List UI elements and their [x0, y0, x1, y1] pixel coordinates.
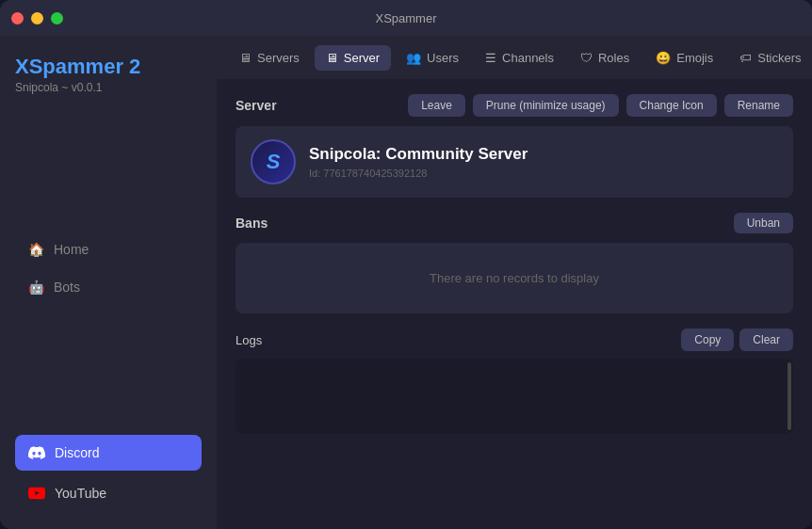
- stickers-tab-icon: 🏷: [739, 51, 752, 65]
- discord-icon: [28, 444, 45, 461]
- maximize-button[interactable]: [51, 12, 63, 24]
- content-area: Server Leave Prune (minimize usage) Chan…: [217, 79, 812, 529]
- sidebar-header: XSpammer 2 Snipcola ~ v0.0.1: [15, 55, 202, 94]
- server-info: Snipcola: Community Server Id: 776178740…: [309, 145, 778, 179]
- logs-title: Logs: [235, 333, 262, 347]
- titlebar: XSpammer: [0, 0, 812, 36]
- prune-button[interactable]: Prune (minimize usage): [473, 94, 619, 117]
- server-card: S Snipcola: Community Server Id: 7761787…: [235, 126, 793, 198]
- traffic-lights: [11, 12, 63, 24]
- window-title: XSpammer: [375, 11, 436, 25]
- discord-link[interactable]: Discord: [15, 435, 202, 471]
- emojis-tab-icon: 😀: [656, 51, 671, 65]
- server-section-title: Server: [235, 98, 277, 113]
- tab-stickers[interactable]: 🏷 Stickers: [728, 45, 812, 71]
- close-button[interactable]: [11, 12, 24, 24]
- rename-button[interactable]: Rename: [724, 94, 793, 117]
- app-name: XSpammer 2: [15, 55, 202, 79]
- tab-roles[interactable]: 🛡 Roles: [569, 45, 641, 71]
- leave-button[interactable]: Leave: [408, 94, 465, 117]
- roles-tab-icon: 🛡: [580, 51, 593, 65]
- app-version: Snipcola ~ v0.0.1: [15, 81, 202, 94]
- server-icon: S: [251, 139, 296, 184]
- sidebar-item-home[interactable]: 🏠 Home: [15, 232, 202, 266]
- users-tab-icon: 👥: [406, 51, 421, 65]
- youtube-icon: [28, 487, 45, 500]
- sidebar-item-home-label: Home: [54, 242, 89, 257]
- bans-title: Bans: [235, 216, 268, 231]
- bans-section-header: Bans Unban: [235, 213, 793, 233]
- sidebar-nav: 🏠 Home 🤖 Bots: [15, 102, 202, 435]
- tab-users[interactable]: 👥 Users: [395, 45, 470, 71]
- server-action-buttons: Leave Prune (minimize usage) Change Icon…: [408, 94, 793, 117]
- tab-bar: 🖥 Servers 🖥 Server 👥 Users ☰ Channels 🛡: [217, 36, 812, 79]
- home-icon: 🏠: [28, 242, 44, 257]
- main-content: 🖥 Servers 🖥 Server 👥 Users ☰ Channels 🛡: [217, 36, 812, 529]
- tab-server[interactable]: 🖥 Server: [315, 45, 391, 71]
- clear-button[interactable]: Clear: [739, 329, 793, 351]
- server-name: Snipcola: Community Server: [309, 145, 778, 164]
- bans-empty-state: There are no records to display: [235, 243, 793, 313]
- sidebar-links: Discord YouTube: [15, 435, 202, 510]
- tab-servers[interactable]: 🖥 Servers: [228, 45, 311, 71]
- server-tab-icon: 🖥: [326, 51, 338, 65]
- channels-tab-icon: ☰: [485, 51, 496, 65]
- bots-icon: 🤖: [28, 280, 44, 295]
- youtube-link-label: YouTube: [55, 486, 106, 501]
- tab-emojis[interactable]: 😀 Emojis: [644, 45, 724, 71]
- app-body: XSpammer 2 Snipcola ~ v0.0.1 🏠 Home 🤖 Bo…: [0, 36, 812, 529]
- logs-section: Logs Copy Clear: [235, 329, 793, 434]
- discord-link-label: Discord: [55, 445, 99, 460]
- youtube-link[interactable]: YouTube: [15, 476, 202, 510]
- copy-button[interactable]: Copy: [681, 329, 734, 351]
- change-icon-button[interactable]: Change Icon: [626, 94, 717, 117]
- app-window: XSpammer XSpammer 2 Snipcola ~ v0.0.1 🏠 …: [0, 0, 812, 529]
- bans-section: Bans Unban There are no records to displ…: [235, 213, 793, 313]
- minimize-button[interactable]: [31, 12, 43, 24]
- servers-tab-icon: 🖥: [239, 51, 252, 65]
- server-id: Id: 776178740425392128: [309, 168, 778, 179]
- unban-button[interactable]: Unban: [734, 213, 793, 233]
- tab-channels[interactable]: ☰ Channels: [474, 45, 565, 71]
- logs-header: Logs Copy Clear: [235, 329, 793, 351]
- sidebar: XSpammer 2 Snipcola ~ v0.0.1 🏠 Home 🤖 Bo…: [0, 36, 217, 529]
- server-icon-letter: S: [267, 150, 281, 174]
- logs-buttons: Copy Clear: [681, 329, 793, 351]
- server-section: Server Leave Prune (minimize usage) Chan…: [235, 94, 793, 198]
- logs-scrollbar[interactable]: [788, 362, 791, 430]
- sidebar-item-bots[interactable]: 🤖 Bots: [15, 270, 202, 304]
- logs-content: [235, 359, 793, 434]
- sidebar-item-bots-label: Bots: [54, 280, 80, 295]
- server-section-header: Server Leave Prune (minimize usage) Chan…: [235, 94, 793, 117]
